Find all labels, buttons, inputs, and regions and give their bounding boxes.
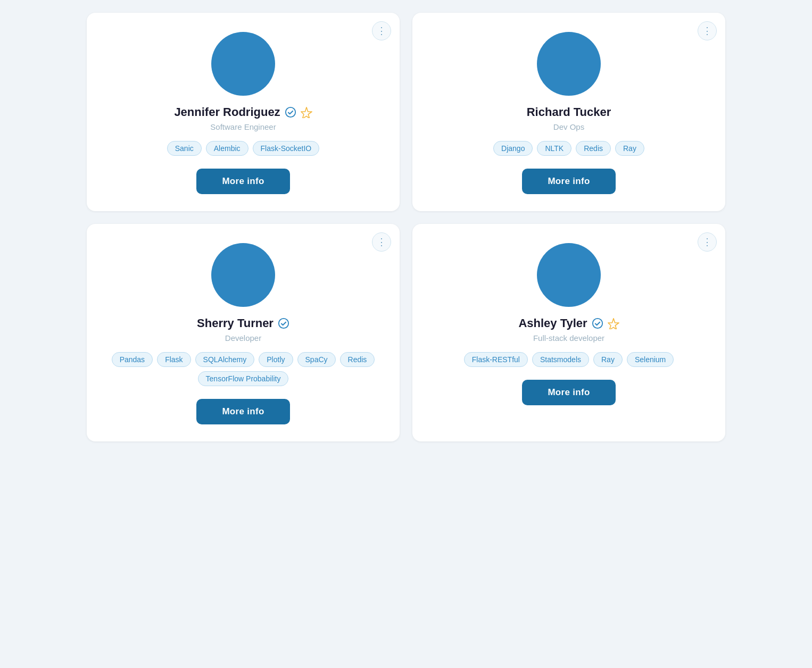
name-richard-tucker: Richard Tucker — [527, 105, 611, 119]
menu-button-sherry-turner[interactable]: ⋮ — [372, 232, 391, 252]
tag-django: Django — [493, 141, 533, 156]
name-row-sherry-turner: Sherry Turner — [197, 316, 289, 330]
tag-nltk: NLTK — [537, 141, 571, 156]
menu-button-richard-tucker[interactable]: ⋮ — [698, 21, 717, 40]
tag-tensorflow-probability: TensorFlow Probability — [198, 371, 289, 386]
more-info-button-jennifer-rodriguez[interactable]: More info — [196, 169, 289, 194]
tag-redis: Redis — [576, 141, 611, 156]
tag-spacy: SpaCy — [297, 352, 336, 367]
name-sherry-turner: Sherry Turner — [197, 316, 274, 330]
cards-grid: ⋮Jennifer Rodriguez Software EngineerSan… — [87, 13, 725, 441]
tags-ashley-tyler: Flask-RESTfulStatsmodelsRaySelenium — [464, 352, 674, 367]
check-icon-ashley-tyler — [592, 318, 603, 329]
name-row-ashley-tyler: Ashley Tyler — [518, 316, 619, 330]
tag-pandas: Pandas — [112, 352, 153, 367]
tags-jennifer-rodriguez: SanicAlembicFlask-SocketIO — [167, 141, 320, 156]
avatar-ashley-tyler — [537, 243, 601, 307]
more-info-button-sherry-turner[interactable]: More info — [196, 399, 289, 424]
tags-richard-tucker: DjangoNLTKRedisRay — [493, 141, 644, 156]
role-sherry-turner: Developer — [225, 333, 261, 343]
card-richard-tucker: ⋮Richard TuckerDev OpsDjangoNLTKRedisRay… — [412, 13, 725, 211]
tags-sherry-turner: PandasFlaskSQLAlchemyPlotlySpaCyRedisTen… — [100, 352, 387, 386]
avatar-sherry-turner — [211, 243, 275, 307]
svg-point-1 — [279, 319, 288, 328]
menu-button-jennifer-rodriguez[interactable]: ⋮ — [372, 21, 391, 40]
role-ashley-tyler: Full-stack developer — [533, 333, 604, 343]
more-info-button-ashley-tyler[interactable]: More info — [522, 380, 615, 405]
tag-flask: Flask — [157, 352, 190, 367]
name-row-richard-tucker: Richard Tucker — [527, 105, 611, 119]
more-info-button-richard-tucker[interactable]: More info — [522, 169, 615, 194]
tag-selenium: Selenium — [627, 352, 674, 367]
check-icon-sherry-turner — [278, 318, 289, 329]
tag-flask-restful: Flask-RESTful — [464, 352, 528, 367]
star-icon-jennifer-rodriguez[interactable] — [301, 106, 312, 118]
tag-statsmodels: Statsmodels — [532, 352, 589, 367]
svg-point-0 — [285, 107, 295, 117]
tag-ray: Ray — [615, 141, 644, 156]
tag-flask-socketio: Flask-SocketIO — [253, 141, 320, 156]
check-icon-jennifer-rodriguez — [285, 106, 296, 118]
role-richard-tucker: Dev Ops — [553, 122, 584, 131]
svg-point-2 — [592, 319, 602, 328]
tag-ray: Ray — [593, 352, 623, 367]
tag-plotly: Plotly — [259, 352, 293, 367]
card-jennifer-rodriguez: ⋮Jennifer Rodriguez Software EngineerSan… — [87, 13, 400, 211]
card-sherry-turner: ⋮Sherry Turner DeveloperPandasFlaskSQLAl… — [87, 224, 400, 441]
star-icon-ashley-tyler[interactable] — [608, 318, 619, 329]
card-ashley-tyler: ⋮Ashley Tyler Full-stack developerFlask-… — [412, 224, 725, 441]
role-jennifer-rodriguez: Software Engineer — [210, 122, 276, 131]
avatar-richard-tucker — [537, 32, 601, 96]
name-ashley-tyler: Ashley Tyler — [518, 316, 587, 330]
tag-alembic: Alembic — [206, 141, 248, 156]
avatar-jennifer-rodriguez — [211, 32, 275, 96]
menu-button-ashley-tyler[interactable]: ⋮ — [698, 232, 717, 252]
tag-sanic: Sanic — [167, 141, 202, 156]
tag-redis: Redis — [340, 352, 375, 367]
name-jennifer-rodriguez: Jennifer Rodriguez — [174, 105, 280, 119]
name-row-jennifer-rodriguez: Jennifer Rodriguez — [174, 105, 312, 119]
tag-sqlalchemy: SQLAlchemy — [195, 352, 255, 367]
